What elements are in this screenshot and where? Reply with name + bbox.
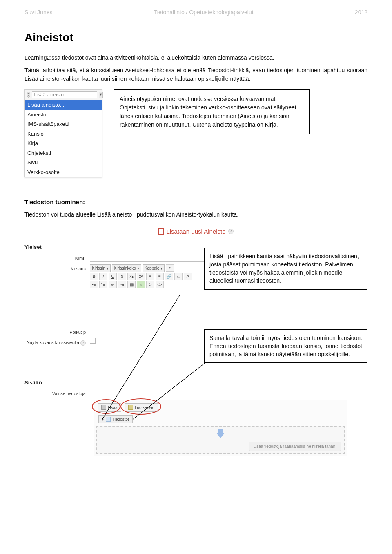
sup-icon[interactable]: x² xyxy=(137,273,145,280)
align-left-icon[interactable]: ≡ xyxy=(146,273,154,280)
strike-icon[interactable]: S̶ xyxy=(118,273,126,280)
paragraph-select[interactable]: Kappale▾ xyxy=(143,264,165,272)
outdent-icon[interactable]: ⇤ xyxy=(109,281,117,288)
intro-paragraph-2: Tämä tarkoittaa sitä, että kurssialueen … xyxy=(24,66,368,83)
nimi-input[interactable] xyxy=(90,254,216,262)
chevron-down-icon[interactable]: ▼ xyxy=(99,92,103,98)
add-resource-dropdown[interactable]: ? ▼ Lisää aineisto... Aineisto IMS-sisäl… xyxy=(24,89,102,177)
form-screenshot: Lisätään uusi Aineisto ? Yleiset Nimi* K… xyxy=(24,227,368,456)
dropdown-item[interactable]: Verkko-osoite xyxy=(25,168,102,177)
dropdown-item[interactable]: Ohjeteksti xyxy=(25,148,102,158)
drop-hint-text: Lisää tiedostoja raahaamalla ne hiirellä… xyxy=(249,442,341,451)
list-ul-icon[interactable]: •≡ xyxy=(90,281,98,288)
intro-paragraph-1: Learning2:ssa tiedostot ovat aina aktivi… xyxy=(24,54,368,62)
help-icon[interactable]: ? xyxy=(27,92,30,98)
header-left: Suvi Junes xyxy=(24,8,52,17)
section-heading: Tiedoston tuominen: xyxy=(24,198,368,207)
fontsize-select[interactable]: Kirjasinkoko▾ xyxy=(112,264,141,272)
dropdown-item[interactable]: Kirja xyxy=(25,138,102,148)
undo-icon[interactable]: ↶ xyxy=(166,264,174,272)
page-header: Suvi Junes Tietohallinto / Opetusteknolo… xyxy=(24,8,368,17)
callout-create-folder: Samalla tavalla toimii myös tiedostojen … xyxy=(204,329,368,363)
show-description-checkbox[interactable] xyxy=(90,338,96,344)
rich-text-toolbar: Kirjasin▾ Kirjasinkoko▾ Kappale▾ ↶ B I U… xyxy=(90,264,192,288)
image-icon[interactable]: ▭ xyxy=(174,273,183,280)
dropdown-item[interactable]: IMS-sisältöpaketti xyxy=(25,119,102,129)
underline-icon[interactable]: U xyxy=(109,273,117,280)
html-icon[interactable]: <> xyxy=(156,281,164,288)
callout-resource-types: Aineistotyyppien nimet ovat uudessa vers… xyxy=(114,89,310,134)
align-center-icon[interactable]: ≡ xyxy=(156,273,164,280)
italic-icon[interactable]: I xyxy=(99,273,107,280)
color-icon[interactable]: A xyxy=(184,273,192,280)
indent-icon[interactable]: ⇥ xyxy=(118,281,126,288)
dropdown-item[interactable]: Kansio xyxy=(25,129,102,139)
label-valitse-tiedostoja: Valitse tiedostoja xyxy=(24,389,90,397)
label-kuvaus: Kuvaus xyxy=(24,264,90,273)
highlight-oval-luokansio xyxy=(120,398,161,415)
highlight-oval-lisaa xyxy=(92,399,120,414)
form-title-text: Lisätään uusi Aineisto xyxy=(166,227,225,237)
files-icon xyxy=(106,417,111,422)
file-drop-zone[interactable]: Lisää tiedostoja raahaamalla ne hiirellä… xyxy=(96,426,345,454)
media-icon[interactable]: ♫ xyxy=(137,281,145,288)
bold-icon[interactable]: B xyxy=(90,273,98,280)
page-title: Aineistot xyxy=(24,29,368,46)
table-icon[interactable]: ▦ xyxy=(127,281,136,288)
header-center: Tietohallinto / Opetusteknologiapalvelut xyxy=(154,8,254,17)
form-title: Lisätään uusi Aineisto ? xyxy=(24,227,368,237)
help-icon[interactable]: ? xyxy=(80,340,86,346)
font-select[interactable]: Kirjasin▾ xyxy=(90,264,111,272)
label-nimi: Nimi* xyxy=(24,254,90,262)
list-ol-icon[interactable]: 1≡ xyxy=(99,281,107,288)
dropdown-options-list: Lisää aineisto... Aineisto IMS-sisältöpa… xyxy=(25,100,102,177)
link-icon[interactable]: 🔗 xyxy=(165,273,173,280)
dropdown-item[interactable]: Aineisto xyxy=(25,110,102,120)
file-icon xyxy=(158,228,164,235)
dropdown-item[interactable]: Sivu xyxy=(25,158,102,168)
section-text: Tiedoston voi tuoda alueelle Lisää ainei… xyxy=(24,210,368,219)
dropdown-item[interactable]: Lisää aineisto... xyxy=(25,100,102,110)
label-nayta-kuvaus: Näytä kuvaus kurssisivulla ? xyxy=(24,338,90,346)
file-area: Lisää Luo kansio ▸ Tiedostot Lisää xyxy=(94,400,347,456)
header-right: 2012 xyxy=(355,8,368,17)
label-polku: Polku: p xyxy=(24,328,90,336)
group-label-sisalto: Sisältö xyxy=(24,379,368,387)
callout-lisaa-button: Lisää –painikkeen kautta saat näkyviin t… xyxy=(204,248,368,290)
download-arrow-icon xyxy=(216,433,225,438)
help-icon[interactable]: ? xyxy=(228,229,234,234)
dropdown-display-input[interactable] xyxy=(32,91,97,98)
sub-icon[interactable]: x₂ xyxy=(127,273,136,280)
omega-icon[interactable]: Ω xyxy=(146,281,154,288)
